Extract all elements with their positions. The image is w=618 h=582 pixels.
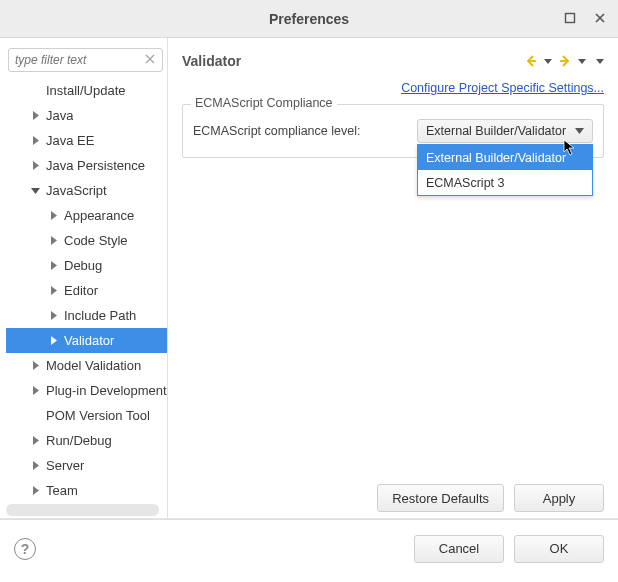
tree-item-label: Team [46,483,78,498]
tree-item[interactable]: Server [6,453,167,478]
expand-closed-icon[interactable] [46,234,60,248]
tree-item[interactable]: Validator [6,328,167,353]
apply-button[interactable]: Apply [514,484,604,512]
tree-item-label: Java [46,108,73,123]
tree-item[interactable]: Model Validation [6,353,167,378]
help-button[interactable]: ? [14,538,36,560]
tree-item[interactable]: Editor [6,278,167,303]
option-label: External Builder/Validator [426,151,566,165]
tree-item[interactable]: Debug [6,253,167,278]
expand-closed-icon[interactable] [28,109,42,123]
tree-item[interactable]: JavaScript [6,178,167,203]
back-menu-icon[interactable] [544,57,552,65]
forward-menu-icon[interactable] [578,57,586,65]
tree-item[interactable]: Run/Debug [6,428,167,453]
chevron-down-icon [575,124,584,138]
tree-item[interactable]: Java EE [6,128,167,153]
tree-item[interactable]: Plug-in Development [6,378,167,403]
tree-item-label: Install/Update [46,83,126,98]
title-bar: Preferences [0,0,618,38]
svg-rect-0 [566,14,575,23]
compliance-select-button[interactable]: External Builder/Validator [417,119,593,143]
compliance-dropdown: External Builder/Validator ECMAScript 3 [417,144,593,196]
tree-item-label: Server [46,458,84,473]
tree-item-label: JavaScript [46,183,107,198]
tree-item[interactable]: Team [6,478,167,503]
tree-item-label: Model Validation [46,358,141,373]
expand-closed-icon[interactable] [28,459,42,473]
tree-item-label: Include Path [64,308,136,323]
tree-item[interactable]: Install/Update [6,78,167,103]
tree-item-label: Validator [64,333,114,348]
tree-item-label: Debug [64,258,102,273]
expand-closed-icon[interactable] [28,384,42,398]
tree-item-label: Code Style [64,233,128,248]
restore-defaults-button[interactable]: Restore Defaults [377,484,504,512]
compliance-label: ECMAScript compliance level: [193,124,360,138]
tree-item-label: Run/Debug [46,433,112,448]
footer-buttons: Cancel OK [414,535,604,563]
tree-fade [6,506,167,518]
tree-item-label: Plug-in Development [46,383,167,398]
tree-item[interactable]: Appearance [6,203,167,228]
expand-closed-icon[interactable] [46,209,60,223]
select-value: External Builder/Validator [426,124,566,138]
expand-open-icon[interactable] [28,184,42,198]
forward-icon[interactable] [558,54,572,68]
tree-item-label: Appearance [64,208,134,223]
maximize-button[interactable] [558,6,582,30]
expand-closed-icon[interactable] [28,159,42,173]
close-button[interactable] [588,6,612,30]
main-area: Install/UpdateJavaJava EEJava Persistenc… [0,38,618,518]
ok-button[interactable]: OK [514,535,604,563]
option-label: ECMAScript 3 [426,176,505,190]
preference-tree[interactable]: Install/UpdateJavaJava EEJava Persistenc… [6,78,167,518]
clear-filter-icon[interactable] [143,52,157,66]
content-header: Validator [182,48,604,74]
page-title: Validator [182,53,241,69]
back-icon[interactable] [524,54,538,68]
expand-closed-icon[interactable] [28,484,42,498]
sidebar: Install/UpdateJavaJava EEJava Persistenc… [0,38,168,518]
dropdown-option-external[interactable]: External Builder/Validator [418,145,592,170]
page-menu-icon[interactable] [596,57,604,65]
tree-item[interactable]: Java Persistence [6,153,167,178]
expand-closed-icon[interactable] [46,284,60,298]
tree-item[interactable]: Include Path [6,303,167,328]
tree-item[interactable]: Java [6,103,167,128]
compliance-fieldset: ECMAScript Compliance ECMAScript complia… [182,104,604,158]
configure-project-link[interactable]: Configure Project Specific Settings... [401,81,604,95]
footer: ? Cancel OK [0,519,618,577]
content-button-bar: Restore Defaults Apply [377,484,604,512]
filter-input[interactable] [8,48,163,72]
filter-wrap [6,44,167,78]
dropdown-option-es3[interactable]: ECMAScript 3 [418,170,592,195]
window-buttons [558,6,612,30]
expand-closed-icon[interactable] [28,134,42,148]
expand-closed-icon[interactable] [28,359,42,373]
tree-item[interactable]: Code Style [6,228,167,253]
config-link-row: Configure Project Specific Settings... [182,78,604,96]
expand-closed-icon[interactable] [46,309,60,323]
tree-item-label: Java Persistence [46,158,145,173]
compliance-select: External Builder/Validator External Buil… [417,119,593,143]
expand-closed-icon[interactable] [46,259,60,273]
fieldset-legend: ECMAScript Compliance [191,96,337,110]
content-area: Validator Configure Proj [168,38,618,518]
expand-closed-icon[interactable] [28,434,42,448]
compliance-row: ECMAScript compliance level: External Bu… [193,119,593,143]
tree-item-label: POM Version Tool [46,408,150,423]
window-title: Preferences [269,11,349,27]
tree-item-label: Java EE [46,133,94,148]
tree-item-label: Editor [64,283,98,298]
cancel-button[interactable]: Cancel [414,535,504,563]
expand-closed-icon[interactable] [46,334,60,348]
tree-item[interactable]: POM Version Tool [6,403,167,428]
history-nav [524,54,604,68]
